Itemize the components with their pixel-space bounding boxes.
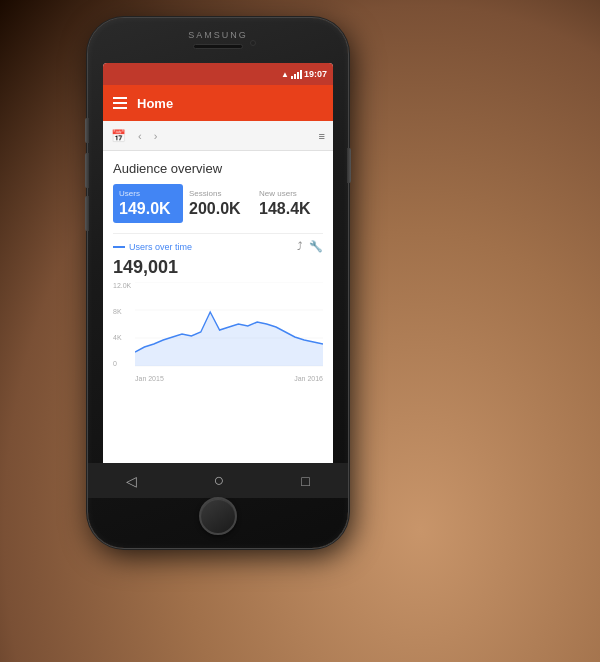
- home-nav-button[interactable]: ○: [214, 470, 225, 491]
- settings-icon[interactable]: 🔧: [309, 240, 323, 253]
- chart-section: Users over time ⤴ 🔧 149,001 12.0K: [113, 233, 323, 382]
- back-chevron-button[interactable]: ‹: [138, 130, 142, 142]
- volume-silent-button: [85, 118, 89, 143]
- x-axis-labels: Jan 2015 Jan 2016: [135, 375, 323, 382]
- metric-sessions-value: 200.0K: [189, 200, 247, 218]
- phone-device: SAMSUNG ▲ 19:07: [88, 18, 348, 548]
- forward-chevron-button[interactable]: ›: [154, 130, 158, 142]
- share-icon[interactable]: ⤴: [297, 240, 303, 253]
- bottom-nav: ◁ ○ □: [88, 463, 348, 498]
- section-title: Audience overview: [113, 161, 323, 176]
- power-button: [347, 148, 351, 183]
- metrics-row: Users 149.0K Sessions 200.0K New users 1…: [113, 184, 323, 223]
- chart-label-text: Users over time: [129, 242, 192, 252]
- app-title: Home: [137, 96, 173, 111]
- metric-sessions[interactable]: Sessions 200.0K: [183, 184, 253, 223]
- chart-header: Users over time ⤴ 🔧: [113, 240, 323, 253]
- filter-icon[interactable]: ≡: [319, 130, 325, 142]
- calendar-icon[interactable]: 📅: [111, 129, 126, 143]
- metric-users-value: 149.0K: [119, 200, 177, 218]
- scene: SAMSUNG ▲ 19:07: [0, 0, 600, 662]
- front-camera: [250, 40, 256, 46]
- volume-down-button: [85, 196, 89, 231]
- y-label-8k: 8K: [113, 308, 131, 315]
- volume-up-button: [85, 153, 89, 188]
- x-label-jan2016: Jan 2016: [294, 375, 323, 382]
- physical-home-button[interactable]: [199, 497, 237, 535]
- chart-line-indicator: [113, 246, 125, 248]
- metric-users-label: Users: [119, 189, 177, 198]
- metric-new-users[interactable]: New users 148.4K: [253, 184, 323, 223]
- status-icons: ▲ 19:07: [281, 69, 327, 79]
- brand-label: SAMSUNG: [188, 30, 248, 40]
- signal-icon: [291, 69, 302, 79]
- chart-svg: [135, 282, 323, 367]
- y-label-0: 0: [113, 360, 131, 367]
- status-bar: ▲ 19:07: [103, 63, 333, 85]
- x-label-jan2015: Jan 2015: [135, 375, 164, 382]
- metric-new-users-value: 148.4K: [259, 200, 317, 218]
- y-label-12k: 12.0K: [113, 282, 131, 289]
- status-time: 19:07: [304, 69, 327, 79]
- metric-new-users-label: New users: [259, 189, 317, 198]
- y-label-4k: 4K: [113, 334, 131, 341]
- hamburger-menu-button[interactable]: [113, 97, 127, 109]
- wifi-icon: ▲: [281, 70, 289, 79]
- app-bar: Home: [103, 85, 333, 121]
- back-nav-button[interactable]: ◁: [126, 473, 137, 489]
- metric-users[interactable]: Users 149.0K: [113, 184, 183, 223]
- phone-screen: ▲ 19:07 Home 📅: [103, 63, 333, 468]
- chart-main-value: 149,001: [113, 257, 323, 278]
- recents-nav-button[interactable]: □: [301, 473, 309, 489]
- navigation-bar: 📅 ‹ › ≡: [103, 121, 333, 151]
- chart-actions: ⤴ 🔧: [297, 240, 323, 253]
- chart-area: 12.0K 8K 4K 0: [113, 282, 323, 382]
- speaker: [193, 44, 243, 49]
- metric-sessions-label: Sessions: [189, 189, 247, 198]
- chart-label: Users over time: [113, 242, 297, 252]
- content-area: Audience overview Users 149.0K Sessions …: [103, 151, 333, 388]
